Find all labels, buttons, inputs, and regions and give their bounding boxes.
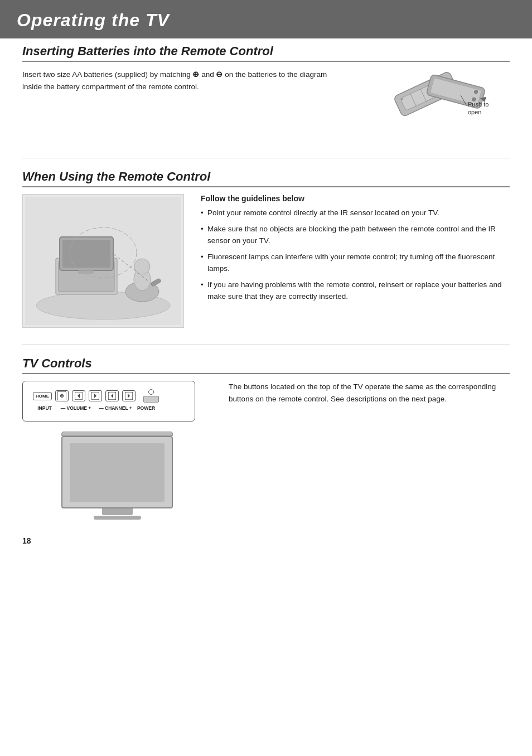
controls-button-row: HOME ⊕ bbox=[33, 389, 185, 403]
batteries-description: Insert two size AA batteries (supplied) … bbox=[22, 69, 342, 93]
tv-controls-section: TV Controls HOME ⊕ bbox=[22, 356, 510, 520]
divider-1 bbox=[22, 158, 510, 158]
svg-text:open: open bbox=[468, 109, 481, 115]
batteries-image-container: Push to open bbox=[354, 69, 510, 141]
svg-text:⊕: ⊕ bbox=[60, 393, 64, 399]
guideline-item-2: Make sure that no objects are blocking t… bbox=[201, 224, 510, 247]
svg-marker-33 bbox=[94, 394, 96, 398]
tv-controls-description: The buttons located on the top of the TV… bbox=[229, 381, 510, 405]
batteries-content: Insert two size AA batteries (supplied) … bbox=[22, 69, 510, 141]
battery-illustration: Push to open bbox=[359, 69, 510, 141]
power-button[interactable] bbox=[143, 396, 159, 403]
remote-guidelines: Follow the guidelines below Point your r… bbox=[201, 194, 510, 307]
svg-point-24 bbox=[134, 259, 150, 274]
page-title: Operating the TV bbox=[17, 10, 515, 31]
ch-plus-button[interactable] bbox=[122, 390, 136, 401]
left-arrow-icon-2 bbox=[108, 392, 116, 400]
nav-cross-icon: ⊕ bbox=[57, 391, 66, 400]
controls-labels-row: INPUT — VOLUME + — CHANNEL + POWER bbox=[33, 405, 185, 411]
guideline-item-3: Fluorescent lamps can interfere with you… bbox=[201, 251, 510, 275]
svg-marker-31 bbox=[78, 394, 80, 398]
power-label: POWER bbox=[136, 405, 157, 411]
remote-section: When Using the Remote Control bbox=[22, 169, 510, 328]
page-content: Inserting Batteries into the Remote Cont… bbox=[0, 38, 532, 562]
guidelines-list: Point your remote control directly at th… bbox=[201, 207, 510, 302]
right-arrow-icon-1 bbox=[91, 392, 99, 400]
tv-top-edge bbox=[61, 432, 173, 436]
tv-controls-content: HOME ⊕ bbox=[22, 381, 510, 520]
divider-2 bbox=[22, 345, 510, 345]
tv-controls-image-area: HOME ⊕ bbox=[22, 381, 212, 520]
input-label: INPUT bbox=[33, 405, 56, 411]
guideline-item-4: If you are having problems with the remo… bbox=[201, 279, 510, 303]
page-number: 18 bbox=[22, 536, 510, 545]
nav-button-1[interactable]: ⊕ bbox=[55, 390, 69, 401]
remote-title: When Using the Remote Control bbox=[22, 169, 510, 187]
room-svg bbox=[25, 197, 181, 325]
tv-controls-description-area: The buttons located on the top of the TV… bbox=[229, 381, 510, 405]
channel-label: — CHANNEL + bbox=[95, 405, 136, 411]
tv-foot bbox=[94, 516, 141, 520]
batteries-title: Inserting Batteries into the Remote Cont… bbox=[22, 44, 510, 62]
left-arrow-icon bbox=[75, 392, 83, 400]
ch-minus-button[interactable] bbox=[105, 390, 119, 401]
vol-plus-button[interactable] bbox=[89, 390, 102, 401]
svg-marker-37 bbox=[128, 394, 130, 398]
home-button[interactable]: HOME bbox=[33, 392, 52, 400]
batteries-section: Inserting Batteries into the Remote Cont… bbox=[22, 44, 510, 141]
svg-marker-35 bbox=[111, 394, 113, 398]
batteries-text: Insert two size AA batteries (supplied) … bbox=[22, 69, 342, 93]
power-indicator bbox=[148, 389, 154, 395]
guidelines-title: Follow the guidelines below bbox=[201, 194, 510, 203]
power-area bbox=[143, 389, 159, 403]
svg-text:Push to: Push to bbox=[468, 101, 489, 108]
remote-content: Follow the guidelines below Point your r… bbox=[22, 194, 510, 328]
tv-base bbox=[102, 508, 133, 515]
tv-diagram bbox=[22, 426, 212, 520]
tv-screen bbox=[70, 443, 165, 502]
page-header: Operating the TV bbox=[0, 0, 532, 38]
tv-body bbox=[61, 436, 173, 508]
right-arrow-icon-2 bbox=[125, 392, 133, 400]
tv-controls-panel: HOME ⊕ bbox=[22, 381, 195, 421]
remote-room-illustration bbox=[22, 194, 184, 328]
guideline-item-1: Point your remote control directly at th… bbox=[201, 207, 510, 219]
tv-controls-title: TV Controls bbox=[22, 356, 510, 374]
volume-label: — VOLUME + bbox=[56, 405, 95, 411]
vol-minus-button[interactable] bbox=[72, 390, 85, 401]
